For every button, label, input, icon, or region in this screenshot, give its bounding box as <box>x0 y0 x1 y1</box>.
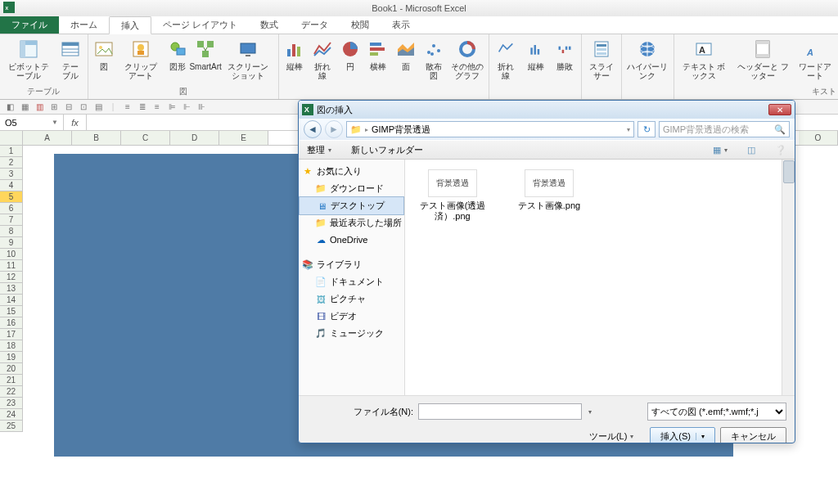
row-header[interactable]: 4 <box>0 180 23 191</box>
column-header[interactable]: D <box>170 131 219 145</box>
organize-button[interactable]: 整理▾ <box>302 142 336 158</box>
clipart-button[interactable]: クリップ アート <box>118 36 164 82</box>
row-header[interactable]: 10 <box>0 249 23 260</box>
other-chart-button[interactable]: その他の グラフ <box>448 36 487 82</box>
view-button[interactable]: ▦▾ <box>708 143 732 157</box>
row-header[interactable]: 2 <box>0 157 23 169</box>
row-header[interactable]: 11 <box>0 260 23 272</box>
row-header[interactable]: 24 <box>0 409 23 421</box>
row-header[interactable]: 25 <box>0 421 23 432</box>
qat-icon[interactable]: ▦ <box>18 101 31 114</box>
row-header[interactable]: 6 <box>0 203 23 214</box>
qat-icon[interactable]: ⊫ <box>165 101 178 114</box>
smartart-button[interactable]: SmartArt <box>191 36 219 73</box>
qat-icon[interactable]: ⊟ <box>62 101 75 114</box>
area-chart-button[interactable]: 面 <box>392 36 420 73</box>
row-header[interactable]: 1 <box>0 146 23 157</box>
search-box[interactable]: GIMP背景透過の検索 🔍 <box>659 121 790 137</box>
row-header[interactable]: 8 <box>0 226 23 237</box>
column-header[interactable]: C <box>121 131 170 145</box>
tab-home[interactable]: ホーム <box>59 16 109 34</box>
filename-input[interactable] <box>418 403 582 420</box>
chevron-down-icon[interactable]: ▼ <box>52 119 58 126</box>
preview-button[interactable]: ◫ <box>742 143 760 157</box>
sparkline-line-button[interactable]: 折れ線 <box>491 36 521 82</box>
row-header[interactable]: 20 <box>0 363 23 375</box>
tree-section-libraries[interactable]: 📚ライブラリ <box>299 256 404 273</box>
back-button[interactable]: ◄ <box>304 120 322 138</box>
forward-button[interactable]: ► <box>325 120 343 138</box>
tree-item-pictures[interactable]: 🖼ピクチャ <box>299 290 404 308</box>
fx-button[interactable]: fx <box>64 115 87 130</box>
qat-icon[interactable]: ▤ <box>92 101 105 114</box>
scatter-chart-button[interactable]: 散布図 <box>420 36 448 82</box>
bar-chart-button[interactable]: 横棒 <box>364 36 392 73</box>
tree-section-favorites[interactable]: ★お気に入り <box>299 163 404 180</box>
path-box[interactable]: 📁 ▸ GIMP背景透過 ▾ <box>346 121 634 137</box>
row-header[interactable]: 13 <box>0 283 23 295</box>
shapes-button[interactable]: 図形 <box>164 36 191 73</box>
path-segment[interactable]: GIMP背景透過 <box>372 124 430 136</box>
pivot-table-button[interactable]: ピボットテーブル <box>2 36 56 82</box>
chevron-down-icon[interactable]: ▾ <box>627 126 630 133</box>
tools-button[interactable]: ツール(L)▾ <box>589 430 633 443</box>
close-button[interactable]: ✕ <box>768 104 791 115</box>
pie-chart-button[interactable]: 円 <box>336 36 364 73</box>
tree-item-videos[interactable]: 🎞ビデオ <box>299 308 404 325</box>
tree-item-desktop[interactable]: 🖥デスクトップ <box>299 196 404 215</box>
align-left-icon[interactable]: ≡ <box>121 101 134 114</box>
row-header[interactable]: 21 <box>0 375 23 386</box>
screenshot-button[interactable]: スクリーン ショット <box>219 36 276 82</box>
dialog-titlebar[interactable]: X 図の挿入 ✕ <box>299 101 795 119</box>
qat-icon[interactable]: ▥ <box>33 101 46 114</box>
row-header[interactable]: 17 <box>0 329 23 340</box>
slicer-button[interactable]: スライサー <box>583 36 619 82</box>
tree-item-downloads[interactable]: 📁ダウンロード <box>299 180 404 197</box>
tab-insert[interactable]: 挿入 <box>109 16 151 34</box>
name-box[interactable]: O5▼ <box>0 115 64 130</box>
header-footer-button[interactable]: ヘッダーと フッター <box>732 36 794 82</box>
qat-icon[interactable]: ⊩ <box>180 101 193 114</box>
search-icon[interactable]: 🔍 <box>774 124 786 135</box>
row-header[interactable]: 15 <box>0 306 23 317</box>
row-header[interactable]: 19 <box>0 352 23 363</box>
picture-button[interactable]: 図 <box>90 36 118 73</box>
chevron-right-icon[interactable]: ▸ <box>365 126 368 133</box>
qat-icon[interactable]: ◧ <box>3 101 16 114</box>
row-header[interactable]: 23 <box>0 398 23 409</box>
column-header[interactable]: E <box>219 131 268 145</box>
sparkline-winloss-button[interactable]: 勝敗 <box>550 36 579 73</box>
filter-select[interactable]: すべての図 (*.emf;*.wmf;*.j <box>647 403 786 421</box>
line-chart-button[interactable]: 折れ線 <box>309 36 336 82</box>
column-header[interactable]: B <box>72 131 121 145</box>
column-chart-button[interactable]: 縦棒 <box>281 36 309 73</box>
tab-view[interactable]: 表示 <box>381 16 421 34</box>
scroll-thumb[interactable] <box>783 160 795 183</box>
qat-icon[interactable]: ⊡ <box>77 101 90 114</box>
row-header[interactable]: 3 <box>0 169 23 180</box>
row-header[interactable]: 9 <box>0 237 23 249</box>
table-button[interactable]: テーブル <box>56 36 86 82</box>
tab-data[interactable]: データ <box>290 16 340 34</box>
textbox-button[interactable]: Aテキスト ボックス <box>676 36 732 82</box>
new-folder-button[interactable]: 新しいフォルダー <box>346 142 428 158</box>
select-all-corner[interactable] <box>0 131 23 145</box>
tree-item-recent[interactable]: 📁最近表示した場所 <box>299 214 404 232</box>
column-header[interactable]: O <box>799 131 838 145</box>
hyperlink-button[interactable]: ハイパーリンク <box>624 36 672 82</box>
help-button[interactable]: ❔ <box>770 143 791 157</box>
align-center-icon[interactable]: ≣ <box>136 101 149 114</box>
tree-item-onedrive[interactable]: ☁OneDrive <box>299 232 404 248</box>
qat-icon[interactable]: ⊞ <box>47 101 61 114</box>
cancel-button[interactable]: キャンセル <box>720 427 786 443</box>
file-thumbnail[interactable]: 背景透過テスト画像(透過済）.png <box>412 169 493 222</box>
qat-icon[interactable]: ⊪ <box>195 101 208 114</box>
row-header[interactable]: 14 <box>0 295 23 306</box>
row-header[interactable]: 7 <box>0 214 23 226</box>
tab-file[interactable]: ファイル <box>0 16 59 34</box>
row-header[interactable]: 16 <box>0 317 23 329</box>
sparkline-column-button[interactable]: 縦棒 <box>521 36 550 73</box>
tab-formulas[interactable]: 数式 <box>249 16 290 34</box>
tab-review[interactable]: 校閲 <box>340 16 381 34</box>
row-header[interactable]: 5 <box>0 191 23 203</box>
